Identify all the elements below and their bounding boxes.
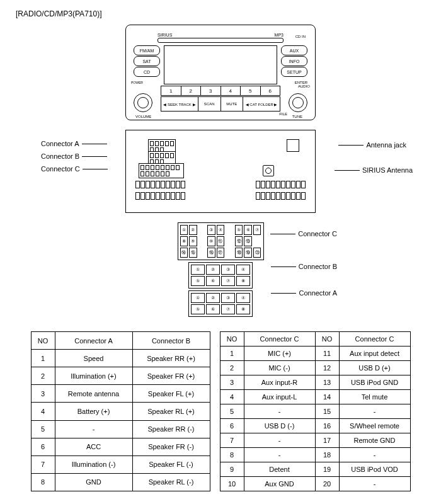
preset-1: 1 (161, 86, 181, 96)
preset-3: 3 (201, 86, 221, 96)
volume-knob (134, 93, 152, 112)
pinout-table-c: NOConnector CNOConnector C 1MIC (+)11Aux… (220, 331, 411, 491)
preset-4: 4 (221, 86, 241, 96)
sirius-antenna-jack (263, 165, 274, 176)
radio-front-diagram: SIRIUS MP3 CD IN FM/AM SAT CD AUX INFO S… (125, 25, 316, 120)
volume-label: VOLUME (135, 115, 151, 118)
table-row: 1MIC (+)11Aux input detect (220, 346, 410, 361)
table-row: 6ACCSpeaker FR (-) (31, 438, 210, 455)
table-row: 9Detent19USB iPod VOD (220, 462, 410, 477)
table-row: 1SpeedSpeaker RR (+) (31, 350, 210, 367)
info-button: INFO (281, 56, 307, 66)
table-row: 7-17Remote GND (220, 433, 410, 448)
callout-antenna: Antenna jack (338, 141, 406, 149)
preset-buttons: 1 2 3 4 5 6 (161, 86, 280, 96)
tune-label: TUNE (292, 115, 302, 118)
power-label: POWER (131, 81, 143, 84)
table-row: 5-15- (220, 404, 410, 419)
cd-button: CD (134, 67, 160, 77)
pinout-label-b: Connector B (271, 263, 337, 270)
callout-connector-a: Connector A (41, 140, 107, 147)
cd-in-label: CD IN (295, 35, 306, 38)
table-row: 3Aux input-R13USB iPod GND (220, 375, 410, 390)
table-row: 7Illumination (-)Speaker FL (-) (31, 455, 210, 473)
preset-2: 2 (181, 86, 202, 96)
display-screen (164, 45, 277, 84)
table-row: 6USB D (-)16S/Wheel remote (220, 419, 410, 433)
callout-sirius: SIRIUS Antenna (335, 166, 413, 174)
antenna-jack (287, 139, 299, 152)
model-title: [RADIO/CD/MP3(PA710)] (16, 9, 425, 18)
fm-am-button: FM/AM (134, 45, 160, 55)
pinout-label-c: Connector C (270, 230, 337, 238)
radio-rear-diagram (125, 130, 316, 213)
sirius-badge: SIRIUS (158, 33, 172, 37)
seek-track-button: ◀ SEEK TRACK ▶ (161, 96, 198, 112)
scan-button: SCAN (198, 96, 221, 112)
table-row: 8-18- (220, 448, 410, 462)
table-row: 2MIC (-)12USB D (+) (220, 361, 410, 375)
pinout-connector-b: ①②③④ ⑤⑥⑦⑧ (188, 262, 253, 289)
rear-connector-c (139, 163, 184, 178)
sat-button: SAT (134, 56, 160, 66)
pinout-connector-a: ①②③④ ⑤⑥⑦⑧ (188, 290, 253, 317)
aux-button: AUX (281, 45, 307, 55)
pinout-label-a: Connector A (271, 289, 337, 297)
table-row: 3Remote antennaSpeaker FL (+) (31, 385, 210, 403)
connector-pinout-diagram: ①② ③④ ⑤⑥⑦ ⑧⑨ ⑩⑪ ⑫⑬ ⑭⑮ ⑯⑰ ⑱⑲⑳ ①②③④ ⑤⑥⑦⑧ ①… (139, 222, 302, 319)
table-row: 10Aux GND20- (220, 477, 410, 491)
mp3-badge: MP3 (275, 33, 284, 37)
preset-6: 6 (261, 86, 281, 96)
callout-connector-b: Connector B (41, 152, 107, 160)
audio-label: AUDIO (298, 84, 310, 88)
cd-slot (158, 38, 284, 43)
table-row: 4Aux input-L14Tel mute (220, 390, 410, 404)
cat-folder-button: ◀ CAT FOLDER ▶ (243, 96, 280, 112)
table-row: 8GNDSpeaker RL (-) (31, 473, 210, 491)
callout-connector-c: Connector C (41, 165, 108, 173)
mute-button: MUTE (221, 96, 244, 112)
table-row: 4Battery (+)Speaker RL (+) (31, 403, 210, 420)
setup-button: SETUP (281, 67, 307, 77)
table-row: 5-Speaker RR (-) (31, 420, 210, 438)
preset-5: 5 (241, 86, 261, 96)
tune-knob (289, 93, 307, 112)
file-label: FILE (279, 112, 287, 116)
pinout-connector-c: ①② ③④ ⑤⑥⑦ ⑧⑨ ⑩⑪ ⑫⑬ ⑭⑮ ⑯⑰ ⑱⑲⑳ (178, 222, 264, 260)
pinout-table-ab: NOConnector AConnector B 1SpeedSpeaker R… (31, 331, 210, 491)
table-row: 2Illumination (+)Speaker FR (+) (31, 367, 210, 385)
